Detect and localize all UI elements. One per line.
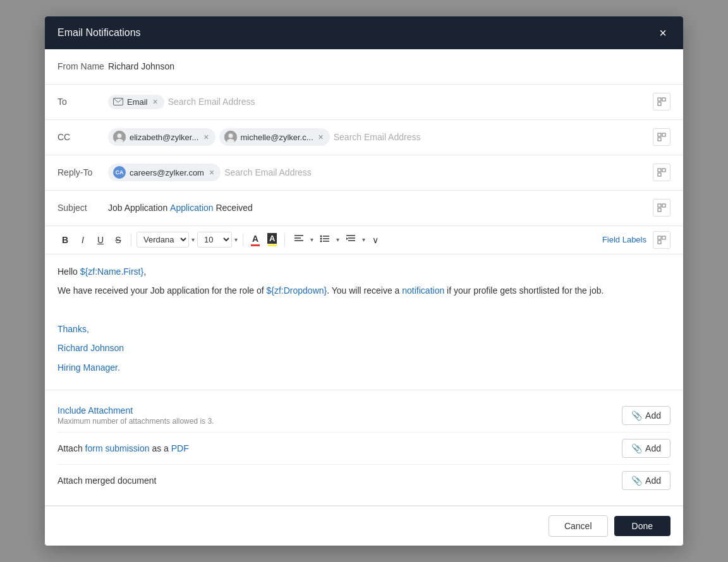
indent-button[interactable]: [342, 232, 360, 248]
email-icon: [113, 98, 123, 105]
svg-rect-3: [658, 102, 661, 105]
signature-line-2: Richard Johnson: [58, 341, 670, 355]
paperclip-icon: 📎: [631, 410, 642, 421]
cc-tag-elizabeth[interactable]: elizabeth@zylker... ×: [108, 128, 215, 146]
modal-title: Email Notifications: [58, 27, 141, 39]
merged-document-label: Attach merged document: [58, 475, 156, 486]
done-button[interactable]: Done: [614, 516, 670, 536]
attachment-section: Include Attachment Maximum number of att…: [45, 390, 683, 506]
signature-line-3: Hiring Manager.: [58, 361, 670, 374]
merged-document-row: Attach merged document 📎 Add: [58, 465, 670, 496]
svg-rect-32: [662, 236, 665, 239]
bg-color-button[interactable]: A: [265, 232, 279, 248]
editor-content[interactable]: Hello ${zf:Name.First}, We have received…: [45, 254, 683, 390]
subject-label: Subject: [58, 203, 108, 213]
list-dropdown-arrow: ▾: [336, 236, 339, 243]
indent-dropdown-arrow: ▾: [362, 236, 365, 243]
cc-label: CC: [58, 132, 108, 142]
svg-rect-17: [662, 204, 665, 207]
reply-to-avatar: CA: [113, 166, 126, 179]
merged-document-add-button[interactable]: 📎 Add: [622, 471, 670, 490]
form-submission-add-button[interactable]: 📎 Add: [622, 439, 670, 458]
svg-rect-11: [662, 133, 665, 136]
paperclip-icon-2: 📎: [631, 443, 642, 453]
svg-rect-13: [658, 169, 661, 172]
reply-to-row: Reply-To CA careers@zylker.com × Search …: [45, 155, 683, 191]
cc-content: elizabeth@zylker... × michelle@zylker.c.…: [108, 128, 653, 146]
svg-rect-2: [662, 98, 665, 101]
cc-tag-michelle-text: michelle@zylker.c...: [241, 133, 313, 142]
svg-rect-33: [658, 241, 661, 244]
reply-to-tag-close[interactable]: ×: [209, 168, 214, 177]
to-expand-icon[interactable]: [653, 93, 670, 111]
svg-rect-16: [658, 204, 661, 207]
cc-tag-michelle[interactable]: michelle@zylker.c... ×: [219, 128, 330, 146]
to-tag-close[interactable]: ×: [153, 97, 158, 106]
font-dropdown-arrow: ▾: [191, 236, 195, 243]
svg-point-22: [320, 236, 322, 237]
reply-to-expand-icon[interactable]: [653, 164, 670, 181]
reply-to-search-placeholder[interactable]: Search Email Address: [224, 167, 653, 177]
form-add-label: Add: [645, 443, 661, 453]
include-attachment-row: Include Attachment Maximum number of att…: [58, 399, 670, 433]
svg-rect-18: [658, 208, 661, 212]
underline-button[interactable]: U: [93, 232, 108, 248]
svg-point-26: [320, 241, 322, 242]
from-name-value: Richard Johnson: [108, 61, 174, 71]
form-submission-row: Attach form submission as a PDF 📎 Add: [58, 433, 670, 465]
reply-to-label: Reply-To: [58, 167, 108, 177]
subject-row: Subject Job Application Application Rece…: [45, 191, 683, 226]
svg-rect-14: [662, 169, 665, 172]
toolbar-separator-1: [131, 234, 131, 246]
cancel-button[interactable]: Cancel: [549, 515, 608, 537]
signature-line-1: Thanks,: [58, 322, 670, 336]
subject-value[interactable]: Job Application Application Received: [108, 203, 253, 213]
from-name-row: From Name Richard Johnson: [45, 49, 683, 85]
modal-footer: Cancel Done: [45, 506, 683, 546]
email-notifications-modal: Email Notifications × From Name Richard …: [45, 16, 683, 546]
include-add-label: Add: [645, 410, 661, 421]
font-color-button[interactable]: A: [248, 232, 262, 248]
font-color-bar: [251, 244, 260, 246]
font-size-select[interactable]: 10: [197, 232, 232, 248]
cc-tag-elizabeth-close[interactable]: ×: [203, 133, 209, 141]
cc-expand-icon[interactable]: [653, 128, 670, 146]
include-attachment-sublabel: Maximum number of attachments allowed is…: [58, 417, 214, 426]
editor-line-3: [58, 303, 670, 317]
italic-button[interactable]: I: [75, 232, 90, 248]
more-button[interactable]: ∨: [368, 232, 383, 248]
subject-content: Job Application Application Received: [108, 203, 653, 213]
editor-line-1: Hello ${zf:Name.First},: [58, 265, 670, 278]
notification-link[interactable]: notification: [402, 285, 444, 296]
svg-rect-15: [658, 173, 661, 176]
form-submission-left: Attach form submission as a PDF: [58, 443, 189, 453]
svg-rect-31: [658, 236, 661, 239]
reply-to-tag-text: careers@zylker.com: [130, 168, 204, 177]
modal-header: Email Notifications ×: [45, 16, 683, 49]
include-attachment-add-button[interactable]: 📎 Add: [622, 406, 670, 425]
field-labels-button[interactable]: Field Labels: [602, 235, 646, 244]
reply-to-tag[interactable]: CA careers@zylker.com ×: [108, 164, 221, 181]
toolbar-expand-icon[interactable]: [653, 231, 670, 249]
close-button[interactable]: ×: [655, 25, 670, 40]
svg-point-5: [118, 134, 122, 138]
from-name-label: From Name: [58, 61, 108, 71]
strikethrough-button[interactable]: S: [111, 232, 126, 248]
cc-row: CC elizabeth@zylker... ×: [45, 120, 683, 155]
cc-tag-michelle-close[interactable]: ×: [318, 133, 324, 141]
bg-color-bar: [268, 244, 277, 246]
font-family-select[interactable]: Verdana: [136, 232, 189, 248]
to-search-placeholder[interactable]: Search Email Address: [168, 97, 653, 107]
subject-expand-icon[interactable]: [653, 199, 670, 217]
cc-avatar-elizabeth: [113, 131, 126, 143]
modal-body: From Name Richard Johnson To: [45, 49, 683, 546]
to-email-tag[interactable]: Email ×: [108, 95, 164, 109]
cc-search-placeholder[interactable]: Search Email Address: [334, 132, 653, 142]
svg-rect-1: [658, 98, 661, 101]
reply-to-content: CA careers@zylker.com × Search Email Add…: [108, 164, 653, 181]
align-button[interactable]: [290, 232, 308, 248]
cc-tag-elizabeth-text: elizabeth@zylker...: [130, 133, 198, 142]
to-tag-label: Email: [127, 97, 148, 107]
bold-button[interactable]: B: [58, 232, 73, 248]
list-button[interactable]: [316, 232, 334, 248]
